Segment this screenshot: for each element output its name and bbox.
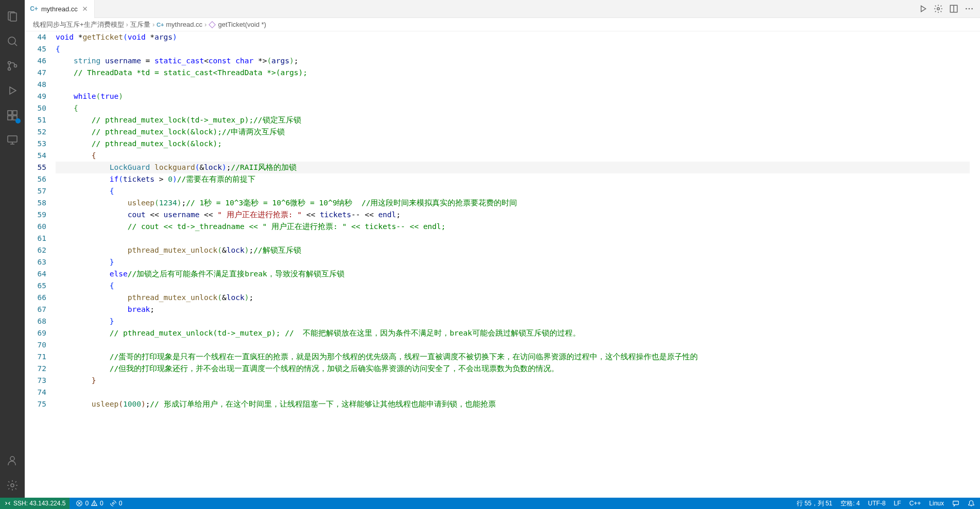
code-line[interactable]: } [56, 256, 970, 268]
code-line[interactable]: // pthread_mutex_lock(td->_mutex_p);//锁定… [56, 114, 970, 126]
code-line[interactable]: // pthread_mutex_lock(&lock);//申请两次互斥锁 [56, 126, 970, 138]
svg-point-24 [969, 8, 970, 10]
split-editor-icon[interactable] [948, 3, 959, 14]
code-line[interactable]: void *getTicket(void *args) [56, 31, 970, 43]
line-number: 57 [31, 185, 46, 197]
run-code-icon[interactable] [917, 3, 929, 14]
line-number: 66 [31, 292, 46, 304]
code-line[interactable] [56, 79, 970, 91]
editor-settings-icon[interactable] [933, 3, 944, 14]
code-line[interactable]: // pthread_mutex_lock(&lock); [56, 138, 970, 150]
code-editor[interactable]: 4445464748495051525354555657585960616263… [25, 31, 980, 498]
svg-point-2 [8, 37, 15, 44]
code-line[interactable]: // cout << td->_threadname << " 用户正在进行抢票… [56, 221, 970, 233]
line-number: 75 [31, 398, 46, 410]
line-number: 68 [31, 315, 46, 327]
explorer-icon[interactable] [0, 4, 25, 29]
status-bar: SSH: 43.143.224.5 0 0 0 行 55，列 51 空格: 4 … [0, 498, 980, 509]
code-line[interactable]: // ThreadData *td = static_cast<ThreadDa… [56, 67, 970, 79]
line-number: 50 [31, 102, 46, 114]
line-number: 69 [31, 327, 46, 339]
os-indicator[interactable]: Linux [929, 500, 944, 507]
code-line[interactable] [56, 233, 970, 244]
activity-bar [0, 0, 25, 498]
code-line[interactable]: while(true) [56, 91, 970, 102]
svg-rect-12 [8, 136, 17, 142]
more-actions-icon[interactable] [964, 3, 975, 14]
code-line[interactable]: //但我的打印现象还行，并不会出现一直调度一个线程的情况，加锁之后确实临界资源的… [56, 363, 970, 375]
remote-explorer-icon[interactable] [0, 128, 25, 152]
settings-gear-icon[interactable] [0, 473, 25, 498]
problems-indicator[interactable]: 0 0 [76, 500, 103, 507]
code-line[interactable]: // pthread_mutex_unlock(td->_mutex_p); /… [56, 327, 970, 339]
encoding[interactable]: UTF-8 [868, 500, 886, 507]
accounts-icon[interactable] [0, 448, 25, 473]
line-number: 60 [31, 221, 46, 233]
code-line[interactable]: else//加锁之后有可能条件不满足直接break，导致没有解锁互斥锁 [56, 268, 970, 280]
breadcrumb-folder-1[interactable]: 线程同步与互斥+生产消费模型 [33, 20, 124, 29]
cpp-file-icon: C+ [30, 5, 38, 13]
code-line[interactable]: usleep(1234);// 1秒 = 10^3毫秒 = 10^6微秒 = 1… [56, 197, 970, 209]
line-number: 73 [31, 375, 46, 387]
code-line[interactable]: usleep(1000);// 形成订单给用户，在这个时间里，让线程阻塞一下，这… [56, 398, 970, 410]
breadcrumb-symbol[interactable]: getTicket(void *) [209, 21, 266, 28]
code-line[interactable]: //蛋哥的打印现象是只有一个线程在一直疯狂的抢票，就是因为那个线程的优先级高，线… [56, 351, 970, 363]
line-number: 46 [31, 55, 46, 67]
breadcrumb-file[interactable]: C+ mythread.cc [157, 21, 202, 28]
code-line[interactable]: { [56, 43, 970, 55]
extensions-icon[interactable] [0, 103, 25, 128]
editor-area: C+ mythread.cc [25, 0, 980, 498]
code-content[interactable]: void *getTicket(void *args){ string user… [56, 31, 980, 498]
code-line[interactable]: { [56, 102, 970, 114]
svg-rect-26 [209, 21, 215, 27]
svg-marker-7 [10, 87, 16, 94]
line-number: 59 [31, 209, 46, 221]
notifications-icon[interactable] [968, 500, 975, 507]
code-line[interactable] [56, 387, 970, 398]
svg-rect-10 [8, 116, 12, 120]
code-line[interactable]: if(tickets > 0)//需要在有票的前提下 [56, 173, 970, 185]
chevron-right-icon: › [204, 21, 207, 28]
line-number: 56 [31, 173, 46, 185]
svg-point-16 [11, 484, 14, 487]
source-control-icon[interactable] [0, 54, 25, 78]
line-number: 55 [31, 162, 46, 173]
breadcrumb-folder-2[interactable]: 互斥量 [130, 20, 150, 29]
cursor-position[interactable]: 行 55，列 51 [797, 499, 832, 508]
code-line[interactable]: LockGuard lockguard(&lock);//RAII风格的加锁 [56, 162, 970, 173]
code-line[interactable]: break; [56, 304, 970, 315]
code-line[interactable]: cout << username << " 用户正在进行抢票: " << tic… [56, 209, 970, 221]
svg-point-25 [971, 8, 973, 10]
tab-bar: C+ mythread.cc [25, 0, 980, 18]
code-line[interactable]: { [56, 280, 970, 292]
code-line[interactable]: pthread_mutex_unlock(&lock); [56, 292, 970, 304]
svg-point-32 [112, 502, 114, 504]
feedback-icon[interactable] [952, 500, 959, 507]
remote-indicator[interactable]: SSH: 43.143.224.5 [0, 498, 70, 509]
language-mode[interactable]: C++ [909, 500, 921, 507]
line-number: 44 [31, 31, 46, 43]
tab-mythread[interactable]: C+ mythread.cc [25, 0, 95, 18]
chevron-right-icon: › [126, 21, 128, 28]
code-line[interactable]: } [56, 375, 970, 387]
code-line[interactable]: { [56, 150, 970, 162]
code-line[interactable]: } [56, 315, 970, 327]
line-number: 61 [31, 233, 46, 244]
svg-point-5 [8, 68, 11, 71]
ports-indicator[interactable]: 0 [110, 500, 123, 507]
code-line[interactable] [56, 339, 970, 351]
line-number: 49 [31, 91, 46, 102]
run-debug-icon[interactable] [0, 78, 25, 103]
code-line[interactable]: string username = static_cast<const char… [56, 55, 970, 67]
code-line[interactable]: pthread_mutex_unlock(&lock);//解锁互斥锁 [56, 244, 970, 256]
indentation[interactable]: 空格: 4 [840, 499, 859, 508]
search-icon[interactable] [0, 29, 25, 54]
breadcrumb: 线程同步与互斥+生产消费模型 › 互斥量 › C+ mythread.cc › … [25, 18, 980, 31]
tab-close-icon[interactable] [81, 5, 89, 13]
eol[interactable]: LF [894, 500, 901, 507]
svg-point-23 [966, 8, 967, 10]
code-line[interactable]: { [56, 185, 970, 197]
svg-rect-9 [13, 111, 17, 115]
line-number: 47 [31, 67, 46, 79]
method-symbol-icon [209, 21, 216, 28]
